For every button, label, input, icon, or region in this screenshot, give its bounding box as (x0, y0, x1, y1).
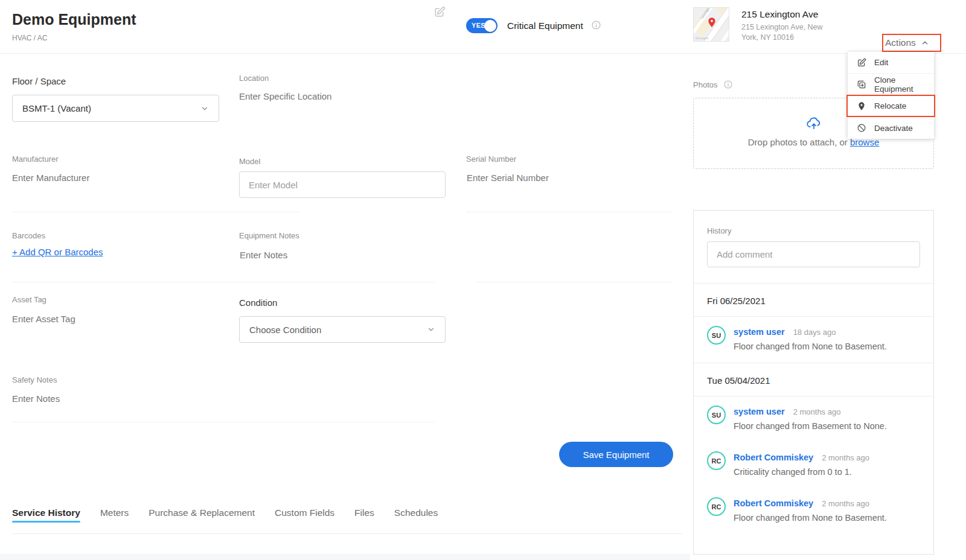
edit-icon (857, 58, 866, 68)
history-date-header: Tue 05/04/2021 (707, 363, 920, 396)
history-timestamp: 2 months ago (793, 407, 841, 416)
history-message: Floor changed from None to Basement. (734, 342, 887, 351)
history-entry-body: Robert Commiskey 2 months ago Floor chan… (734, 497, 887, 523)
detail-tabs: Service History Meters Purchase & Replac… (12, 508, 438, 533)
history-timestamp: 18 days ago (793, 328, 836, 337)
add-barcodes-link[interactable]: + Add QR or Barcodes (12, 247, 103, 257)
history-entry-body: Robert Commiskey 2 months ago Criticalit… (734, 451, 869, 477)
history-user-link[interactable]: system user (734, 327, 785, 337)
cloud-upload-icon (806, 116, 822, 132)
actions-button[interactable]: Actions (885, 36, 939, 50)
history-message: Floor changed from None to Basement. (734, 513, 887, 523)
history-label: History (707, 226, 920, 235)
critical-info-icon[interactable] (591, 20, 601, 30)
location-address-line2: York, NY 10016 (741, 33, 823, 43)
history-user-link[interactable]: Robert Commiskey (734, 453, 813, 462)
chevron-up-icon (921, 39, 929, 47)
section-divider (12, 282, 435, 282)
menu-item-relocate[interactable]: Relocate (848, 95, 934, 117)
menu-item-label: Clone Equipment (874, 75, 934, 94)
location-name: 215 Lexington Ave (741, 9, 818, 20)
page-title: Demo Equipment (12, 11, 136, 28)
menu-item-edit[interactable]: Edit (848, 52, 934, 74)
barcodes-label: Barcodes (12, 231, 45, 240)
history-entry-body: system user 18 days ago Floor changed fr… (734, 326, 887, 351)
history-user-link[interactable]: system user (734, 407, 785, 416)
menu-item-label: Relocate (874, 101, 906, 110)
location-input[interactable] (239, 91, 438, 101)
history-timestamp: 2 months ago (822, 499, 869, 508)
add-comment-input[interactable] (707, 241, 920, 267)
condition-label: Condition (239, 298, 277, 308)
history-entry-meta: Robert Commiskey 2 months ago (734, 453, 869, 462)
actions-dropdown-menu: Edit Clone Equipment Relocate Deactivate (848, 52, 934, 139)
history-entry: RC Robert Commiskey 2 months ago Floor c… (707, 488, 920, 534)
map-watermark: Google (696, 36, 709, 40)
section-divider (12, 212, 299, 212)
history-entry-meta: system user 2 months ago (734, 407, 887, 416)
history-panel: History Fri 06/25/2021 SU system user 18… (693, 210, 934, 555)
toggle-state-label: YES (472, 22, 485, 29)
critical-equipment-label: Critical Equipment (507, 21, 583, 31)
map-pin-icon (857, 101, 866, 111)
tab-custom-fields[interactable]: Custom Fields (275, 508, 334, 533)
location-map-thumbnail[interactable]: Lexington Ave Google (693, 7, 729, 42)
toggle-knob (484, 20, 496, 32)
drop-text-prefix: Drop photos to attach, or (748, 137, 848, 147)
location-address-line1: 215 Lexington Ave, New (741, 22, 823, 33)
floor-space-select[interactable]: BSMT-1 (Vacant) (12, 95, 219, 122)
section-divider (12, 422, 435, 422)
chevron-down-icon (427, 325, 435, 334)
history-message: Floor changed from Basement to None. (734, 421, 887, 431)
history-user-link[interactable]: Robert Commiskey (734, 498, 813, 508)
history-entry-meta: system user 18 days ago (734, 327, 887, 337)
block-icon (857, 123, 866, 133)
photos-info-icon[interactable] (723, 80, 734, 90)
asset-tag-input[interactable] (12, 314, 211, 324)
model-input[interactable] (239, 171, 446, 198)
safety-notes-input[interactable] (12, 393, 211, 404)
critical-equipment-toggle[interactable]: YES (466, 18, 497, 33)
condition-select[interactable]: Choose Condition (239, 316, 446, 343)
history-entry-body: system user 2 months ago Floor changed f… (734, 406, 887, 431)
floor-space-value: BSMT-1 (Vacant) (22, 103, 91, 113)
avatar: RC (707, 451, 726, 470)
header-divider (0, 53, 966, 54)
section-divider (477, 282, 672, 282)
map-pin-icon (706, 15, 717, 30)
save-equipment-button[interactable]: Save Equipment (559, 442, 673, 467)
manufacturer-label: Manufacturer (12, 154, 59, 164)
tab-service-history[interactable]: Service History (12, 508, 80, 533)
menu-item-clone-equipment[interactable]: Clone Equipment (848, 74, 934, 95)
tab-meters[interactable]: Meters (100, 508, 129, 533)
safety-notes-label: Safety Notes (12, 375, 57, 384)
photos-section-header: Photos (693, 80, 734, 90)
tab-files[interactable]: Files (354, 508, 374, 533)
avatar: SU (707, 406, 726, 424)
condition-value: Choose Condition (249, 325, 321, 335)
edit-title-icon[interactable] (433, 6, 446, 18)
manufacturer-input[interactable] (12, 173, 211, 183)
history-timestamp: 2 months ago (822, 453, 869, 462)
asset-tag-label: Asset Tag (12, 295, 46, 304)
actions-button-label: Actions (885, 37, 916, 48)
tab-schedules[interactable]: Schedules (394, 508, 438, 533)
equipment-notes-input[interactable] (240, 250, 439, 260)
history-entry: SU system user 18 days ago Floor changed… (707, 317, 920, 363)
history-entry-meta: Robert Commiskey 2 months ago (734, 498, 887, 508)
equipment-category: HVAC / AC (12, 34, 47, 42)
tabs-divider (12, 533, 682, 534)
menu-item-deactivate[interactable]: Deactivate (848, 117, 934, 139)
section-divider (466, 212, 672, 212)
serial-number-input[interactable] (467, 173, 666, 183)
chevron-down-icon (200, 104, 209, 113)
tab-purchase-replacement[interactable]: Purchase & Replacement (149, 508, 255, 533)
menu-item-label: Edit (874, 58, 888, 67)
content-background-strip (0, 554, 690, 560)
equipment-detail-page: Demo Equipment HVAC / AC YES Critical Eq… (0, 0, 966, 560)
menu-item-label: Deactivate (874, 124, 913, 133)
clone-icon (857, 80, 866, 89)
avatar: SU (707, 326, 726, 345)
history-date-header: Fri 06/25/2021 (707, 284, 920, 316)
avatar: RC (707, 497, 726, 516)
